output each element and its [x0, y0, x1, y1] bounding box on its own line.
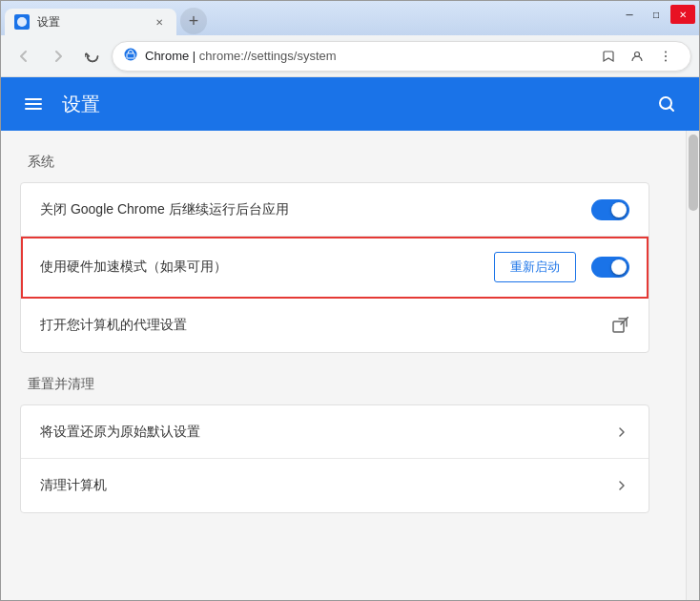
maximize-button[interactable]: □	[644, 5, 669, 24]
nav-bar: Chrome | chrome://settings/system	[1, 35, 699, 77]
continue-running-row: 关闭 Google Chrome 后继续运行后台应用	[21, 183, 649, 237]
hardware-accel-toggle[interactable]	[591, 257, 629, 278]
chevron-right-icon-2	[614, 478, 629, 493]
scrollbar-track[interactable]	[686, 131, 699, 600]
content-wrapper: 系统 关闭 Google Chrome 后继续运行后台应用 使用硬件加速模式（如…	[1, 131, 699, 600]
hardware-accel-row: 使用硬件加速模式（如果可用） 重新启动	[21, 237, 649, 299]
continue-running-toggle[interactable]	[591, 199, 629, 220]
proxy-row[interactable]: 打开您计算机的代理设置	[21, 299, 649, 352]
settings-content: 系统 关闭 Google Chrome 后继续运行后台应用 使用硬件加速模式（如…	[1, 131, 669, 559]
bookmark-button[interactable]	[595, 43, 622, 70]
continue-running-label: 关闭 Google Chrome 后继续运行后台应用	[40, 201, 591, 218]
svg-point-4	[665, 55, 667, 57]
address-text: Chrome | chrome://settings/system	[145, 49, 587, 63]
sidebar-toggle-button[interactable]	[16, 87, 51, 121]
svg-point-3	[665, 51, 667, 52]
new-tab-button[interactable]: +	[180, 8, 207, 34]
close-button[interactable]: ✕	[670, 5, 695, 24]
window-frame: 设置 ✕ + ─ □ ✕ Chrome | chrome://settings/	[0, 0, 700, 601]
tab-close-button[interactable]: ✕	[152, 14, 167, 30]
menu-button[interactable]	[652, 43, 679, 70]
title-bar: 设置 ✕ + ─ □ ✕	[1, 1, 699, 35]
svg-point-5	[665, 59, 667, 61]
proxy-label: 打开您计算机的代理设置	[40, 317, 610, 334]
cleanup-row[interactable]: 清理计算机	[21, 459, 649, 512]
tab-title: 设置	[37, 14, 144, 31]
external-link-icon	[610, 316, 629, 335]
chevron-right-icon	[614, 425, 629, 440]
active-tab[interactable]: 设置 ✕	[5, 9, 176, 35]
tab-favicon	[14, 14, 30, 30]
search-button[interactable]	[649, 87, 684, 121]
address-bar[interactable]: Chrome | chrome://settings/system	[112, 41, 691, 72]
window-controls: ─ □ ✕	[617, 1, 699, 24]
tab-area: 设置 ✕ +	[1, 1, 617, 35]
toggle-thumb-2	[611, 259, 627, 275]
section-title-system: 系统	[20, 154, 649, 171]
forward-button[interactable]	[43, 41, 73, 72]
hardware-accel-label: 使用硬件加速模式（如果可用）	[40, 259, 494, 276]
cleanup-label: 清理计算机	[40, 477, 614, 494]
reset-settings-row[interactable]: 将设置还原为原始默认设置	[21, 405, 649, 459]
system-settings-card: 关闭 Google Chrome 后继续运行后台应用 使用硬件加速模式（如果可用…	[20, 182, 649, 353]
page-title: 设置	[62, 92, 649, 117]
page-header: 设置	[1, 77, 699, 131]
security-icon	[124, 48, 137, 64]
reset-settings-card: 将设置还原为原始默认设置 清理计算机	[20, 404, 649, 513]
refresh-button[interactable]	[77, 41, 108, 72]
back-button[interactable]	[9, 41, 39, 72]
restart-button[interactable]: 重新启动	[494, 252, 576, 282]
section-title-reset: 重置并清理	[20, 376, 649, 393]
toggle-thumb	[611, 202, 627, 218]
content-scroll[interactable]: 系统 关闭 Google Chrome 后继续运行后台应用 使用硬件加速模式（如…	[1, 131, 686, 600]
reset-settings-label: 将设置还原为原始默认设置	[40, 424, 614, 441]
minimize-button[interactable]: ─	[617, 5, 642, 24]
scrollbar-thumb[interactable]	[689, 135, 698, 211]
account-button[interactable]	[624, 43, 650, 70]
address-actions	[595, 43, 679, 70]
